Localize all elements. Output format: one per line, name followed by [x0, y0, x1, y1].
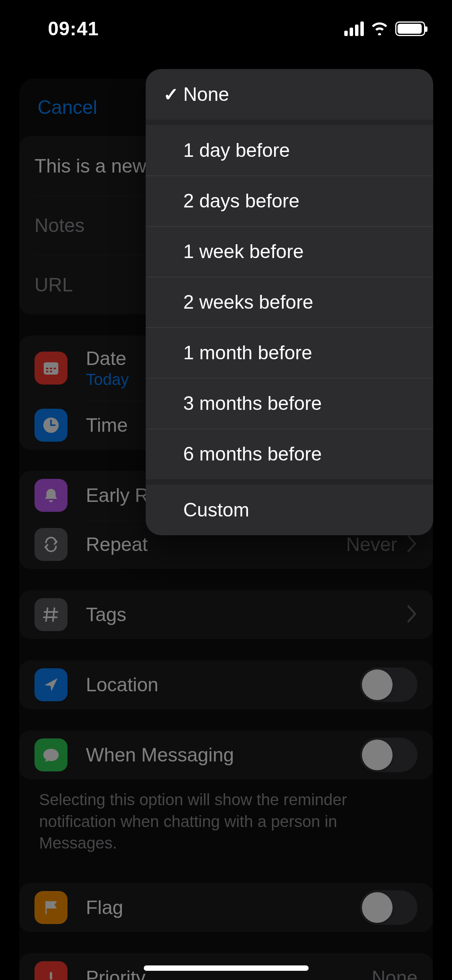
- tags-row[interactable]: Tags: [19, 590, 433, 639]
- status-indicators: [344, 21, 425, 36]
- popover-option[interactable]: 2 weeks before: [146, 277, 433, 327]
- svg-rect-2: [46, 368, 48, 369]
- hash-icon: [35, 598, 67, 631]
- status-bar: 09:41: [0, 0, 452, 58]
- popover-option-label: 2 days before: [183, 190, 299, 212]
- svg-rect-6: [50, 371, 52, 372]
- exclamation-icon: [35, 961, 67, 980]
- popover-option-label: 1 week before: [183, 240, 304, 263]
- popover-option[interactable]: 2 days before: [146, 176, 433, 226]
- popover-option-label: None: [183, 83, 229, 105]
- popover-option[interactable]: Custom: [146, 485, 433, 535]
- location-arrow-icon: [35, 668, 67, 701]
- svg-rect-8: [50, 972, 52, 980]
- popover-option[interactable]: 3 months before: [146, 378, 433, 429]
- svg-rect-5: [46, 371, 48, 372]
- location-group: Location: [19, 660, 433, 709]
- tags-label: Tags: [86, 603, 127, 626]
- early-reminder-popover: ✓None1 day before2 days before1 week bef…: [146, 69, 433, 535]
- flag-row[interactable]: Flag: [19, 883, 433, 932]
- flag-switch[interactable]: [360, 890, 417, 925]
- popover-option-label: 1 day before: [183, 139, 290, 161]
- flag-icon: [35, 891, 67, 924]
- early-reminder-label: Early R: [86, 484, 149, 506]
- messaging-footer-note: Selecting this option will show the remi…: [19, 789, 433, 854]
- clock-icon: [35, 409, 67, 442]
- location-label: Location: [86, 674, 158, 696]
- priority-value: None: [371, 967, 417, 980]
- repeat-label: Repeat: [86, 533, 148, 556]
- messaging-switch[interactable]: [360, 738, 417, 772]
- date-value: Today: [86, 370, 129, 389]
- svg-rect-4: [54, 368, 56, 369]
- popover-option[interactable]: 1 month before: [146, 327, 433, 378]
- flag-group: Flag: [19, 883, 433, 932]
- battery-icon: [395, 21, 425, 36]
- date-label: Date: [86, 347, 129, 370]
- wifi-icon: [371, 22, 388, 35]
- popover-option-label: 1 month before: [183, 342, 312, 364]
- popover-option-label: 3 months before: [183, 392, 322, 414]
- bell-icon: [35, 479, 67, 512]
- time-label: Time: [86, 414, 128, 436]
- message-bubble-icon: [35, 738, 67, 771]
- messaging-row[interactable]: When Messaging: [19, 730, 433, 779]
- location-switch[interactable]: [360, 668, 417, 702]
- popover-option[interactable]: 1 day before: [146, 125, 433, 176]
- popover-option[interactable]: 6 months before: [146, 429, 433, 479]
- calendar-icon: [35, 352, 67, 385]
- svg-rect-1: [44, 362, 58, 366]
- messaging-group: When Messaging: [19, 730, 433, 779]
- popover-option-label: 2 weeks before: [183, 291, 313, 313]
- tags-group: Tags: [19, 590, 433, 639]
- chevron-right-icon: [407, 534, 417, 554]
- popover-option[interactable]: ✓None: [146, 69, 433, 120]
- flag-label: Flag: [86, 896, 123, 919]
- repeat-icon: [35, 528, 67, 561]
- checkmark-icon: ✓: [160, 84, 182, 105]
- repeat-value: Never: [346, 533, 397, 556]
- cancel-button[interactable]: Cancel: [38, 96, 97, 118]
- chevron-right-icon: [407, 605, 417, 625]
- status-time: 09:41: [48, 18, 99, 40]
- cellular-signal-icon: [344, 21, 364, 36]
- home-indicator[interactable]: [144, 965, 309, 971]
- messaging-label: When Messaging: [86, 744, 234, 766]
- priority-label: Priority: [86, 967, 146, 980]
- popover-option-label: Custom: [183, 499, 249, 521]
- svg-rect-3: [50, 368, 52, 369]
- popover-option[interactable]: 1 week before: [146, 226, 433, 277]
- popover-option-label: 6 months before: [183, 443, 322, 465]
- location-row[interactable]: Location: [19, 660, 433, 709]
